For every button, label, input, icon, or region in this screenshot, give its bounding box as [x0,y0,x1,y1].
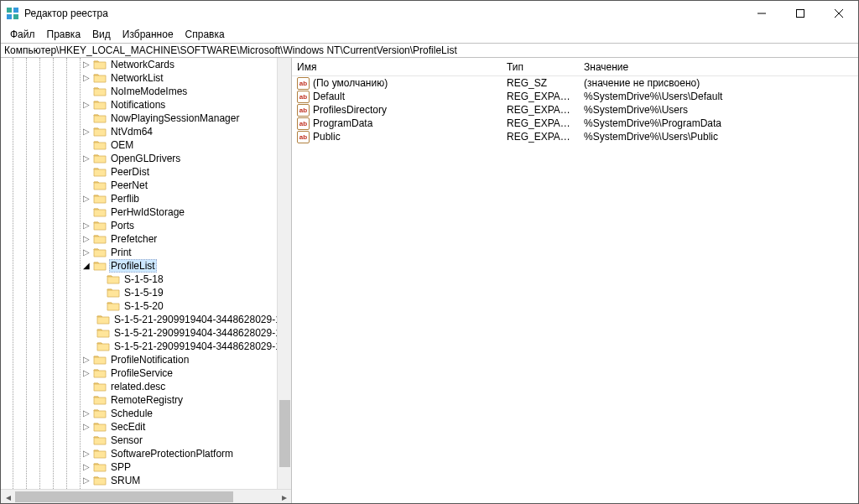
tree-vertical-scrollbar[interactable] [277,58,291,489]
close-button[interactable] [820,1,858,26]
tree-item[interactable]: S-1-5-18 [1,273,291,286]
minimize-button[interactable] [742,1,781,26]
tree-item[interactable]: ▷NetworkCards [1,58,291,71]
expand-icon[interactable]: ▷ [81,153,91,163]
folder-icon [93,394,107,406]
tree-item[interactable]: RemoteRegistry [1,393,291,407]
tree-item[interactable]: PeerNet [1,179,291,192]
scroll-right-arrow[interactable]: ▸ [277,490,291,503]
menu-вид[interactable]: Вид [86,27,117,42]
expand-icon[interactable]: ▷ [81,233,91,243]
value-name-cell: abPublic [292,131,502,143]
folder-icon [107,300,120,312]
tree-item[interactable]: ◢ProfileList [1,259,291,273]
maximize-button[interactable] [781,1,820,26]
value-row[interactable]: abProfilesDirectoryREG_EXPAND_SZ%SystemD… [292,103,858,117]
folder-icon [96,314,110,325]
menu-файл[interactable]: Файл [4,27,41,42]
expand-icon[interactable]: ▷ [81,59,91,69]
svg-rect-3 [13,14,18,19]
expand-icon[interactable]: ▷ [81,99,91,109]
tree-item[interactable]: ▷SoftwareProtectionPlatform [1,447,291,460]
tree-item[interactable]: ▷NetworkList [1,71,291,85]
window-controls [742,1,858,26]
scroll-left-arrow[interactable]: ◂ [1,490,15,503]
folder-icon [93,112,107,124]
menu-справка[interactable]: Справка [180,27,231,42]
folder-icon [93,421,107,433]
value-data-cell: (значение не присвоено) [579,77,858,89]
menu-правка[interactable]: Правка [41,27,87,42]
expand-icon[interactable]: ▷ [81,475,91,485]
tree-item[interactable]: NoImeModeImes [1,85,291,98]
tree-item[interactable]: S-1-5-21-2909919404-3448628029-189704808… [1,313,291,326]
expand-icon[interactable]: ▷ [81,461,91,471]
svg-rect-2 [7,14,12,19]
tree-item[interactable]: related.desc [1,380,291,393]
value-type-cell: REG_EXPAND_SZ [502,91,579,102]
tree-item[interactable]: PerHwIdStorage [1,205,291,219]
expand-icon[interactable]: ▷ [81,126,91,136]
tree-item[interactable]: ▷Notifications [1,98,291,112]
collapse-icon[interactable]: ◢ [81,260,91,270]
titlebar[interactable]: Редактор реестра [1,1,858,26]
tree-item-label: PerHwIdStorage [109,206,186,218]
tree-item[interactable]: ▷NtVdm64 [1,125,291,138]
value-row[interactable]: ab(По умолчанию)REG_SZ(значение не присв… [292,76,858,90]
tree-item[interactable]: ▷Perflib [1,192,291,205]
string-value-icon: ab [297,131,310,143]
expand-icon[interactable]: ▷ [81,247,91,257]
expand-icon[interactable]: ▷ [81,408,91,418]
value-row[interactable]: abProgramDataREG_EXPAND_SZ%SystemDrive%\… [292,117,858,130]
tree-horizontal-scrollbar[interactable]: ◂ ▸ [1,489,291,503]
tree-item-label: ProfileList [109,259,157,273]
column-data[interactable]: Значение [579,58,858,75]
expand-icon[interactable]: ▷ [81,421,91,431]
tree-item[interactable]: ▷Ports [1,219,291,232]
value-type-cell: REG_EXPAND_SZ [502,104,579,116]
tree-item[interactable]: ▷Schedule [1,407,291,420]
blank [81,139,91,149]
scrollbar-thumb[interactable] [279,400,290,467]
folder-icon [93,260,107,272]
tree-item[interactable]: OEM [1,138,291,152]
tree-item[interactable]: ▷SecEdit [1,420,291,434]
column-type[interactable]: Тип [502,58,579,75]
expand-icon[interactable]: ▷ [81,354,91,364]
tree-item[interactable]: ▷ProfileService [1,366,291,380]
tree-item-label: related.desc [109,381,167,392]
folder-icon [93,139,107,151]
tree-item[interactable]: PeerDist [1,165,291,179]
expand-icon[interactable]: ▷ [81,448,91,458]
expand-icon[interactable]: ▷ [81,367,91,377]
value-data-cell: %SystemDrive%\Users [579,104,858,116]
registry-tree[interactable]: ▷NetworkCards▷NetworkListNoImeModeImes▷N… [1,58,291,503]
tree-item[interactable]: ▷SPP [1,460,291,474]
value-name: Public [313,131,341,143]
tree-item[interactable]: ▷Print [1,246,291,259]
folder-icon [93,233,107,245]
address-bar[interactable]: Компьютер\HKEY_LOCAL_MACHINE\SOFTWARE\Mi… [1,43,858,58]
tree-item[interactable]: ▷Prefetcher [1,232,291,246]
scrollbar-thumb[interactable] [15,491,233,502]
values-list[interactable]: ab(По умолчанию)REG_SZ(значение не присв… [292,76,858,143]
folder-icon [93,381,107,392]
tree-item[interactable]: NowPlayingSessionManager [1,112,291,125]
tree-item[interactable]: S-1-5-20 [1,299,291,313]
tree-item-label: S-1-5-21-2909919404-3448628029-189704808… [112,340,291,352]
value-row[interactable]: abDefaultREG_EXPAND_SZ%SystemDrive%\User… [292,90,858,103]
tree-item[interactable]: S-1-5-21-2909919404-3448628029-189704808… [1,326,291,340]
expand-icon[interactable]: ▷ [81,193,91,203]
tree-item[interactable]: S-1-5-21-2909919404-3448628029-189704808… [1,340,291,353]
expand-icon[interactable]: ▷ [81,72,91,82]
expand-icon[interactable]: ▷ [81,220,91,230]
tree-item[interactable]: ▷ProfileNotification [1,353,291,366]
tree-item[interactable]: S-1-5-19 [1,286,291,299]
menu-избранное[interactable]: Избранное [117,27,180,42]
tree-item[interactable]: ▷SRUM [1,474,291,487]
column-name[interactable]: Имя [292,58,502,75]
tree-item[interactable]: Sensor [1,434,291,447]
value-row[interactable]: abPublicREG_EXPAND_SZ%SystemDrive%\Users… [292,130,858,143]
string-value-icon: ab [297,77,310,90]
tree-item[interactable]: ▷OpenGLDrivers [1,152,291,165]
